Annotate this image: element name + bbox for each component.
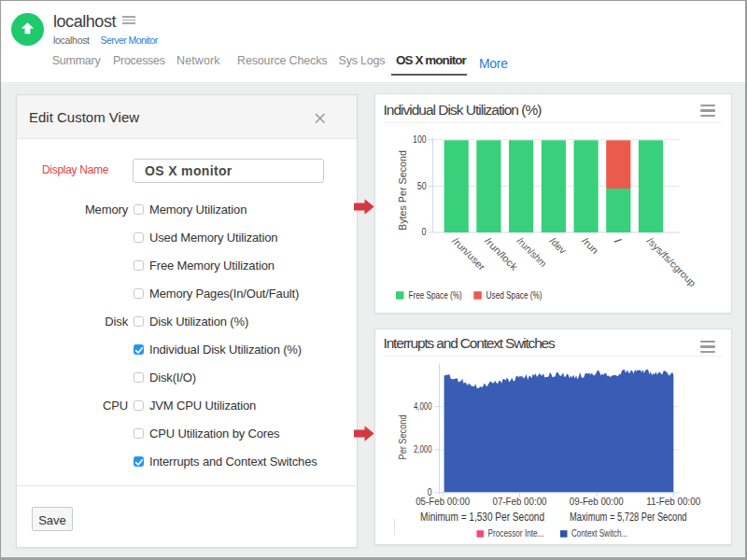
svg-text:50: 50 [417,181,427,191]
svg-text:/dev: /dev [547,235,569,257]
svg-text:Free Space (%): Free Space (%) [409,289,462,301]
svg-text:0: 0 [422,227,427,237]
svg-text:2,000: 2,000 [414,444,432,455]
svg-text:Minimum = 1,530 Per Second: Minimum = 1,530 Per Second [420,511,544,524]
svg-text:/sys/fs/cgroup: /sys/fs/cgroup [645,235,699,289]
svg-text:Maximum = 5,728 Per Second: Maximum = 5,728 Per Second [570,511,687,524]
svg-text:11-Feb 00:00: 11-Feb 00:00 [646,497,700,507]
svg-text:05-Feb 00:00: 05-Feb 00:00 [416,497,470,507]
svg-text:Context Switch...: Context Switch... [571,527,627,539]
svg-text:/run/lock: /run/lock [483,235,521,273]
svg-text:Used Space (%): Used Space (%) [486,289,543,301]
svg-text:/run: /run [580,235,601,257]
svg-text:/: / [613,235,624,246]
svg-text:07-Feb 00:00: 07-Feb 00:00 [493,497,547,507]
svg-text:Processor Inte...: Processor Inte... [488,527,544,539]
svg-text:Per Second: Per Second [397,415,408,460]
svg-text:09-Feb 00:00: 09-Feb 00:00 [570,497,624,507]
svg-text:100: 100 [413,134,427,145]
svg-text:4,000: 4,000 [414,401,432,412]
svg-text:Bytes Per Second: Bytes Per Second [397,150,408,231]
svg-text:/run/user: /run/user [450,235,487,273]
